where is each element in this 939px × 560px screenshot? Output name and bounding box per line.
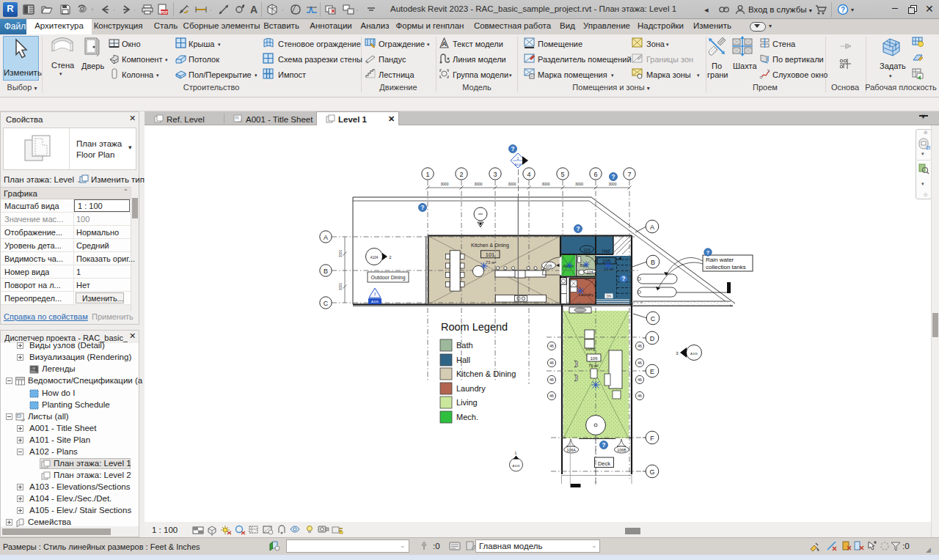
svg-text:6: 6	[593, 171, 597, 178]
svg-text:2D: 2D	[926, 144, 930, 151]
svg-text:46: 46	[549, 394, 554, 398]
svg-text:5: 5	[560, 171, 564, 178]
svg-text:101: 101	[486, 251, 495, 258]
svg-text:Room Legend: Room Legend	[441, 321, 508, 333]
svg-text:Deck: Deck	[598, 460, 610, 467]
svg-text:46: 46	[637, 361, 642, 365]
svg-text:105: 105	[602, 259, 611, 264]
svg-text:3000: 3000	[508, 182, 516, 186]
svg-text:70 м²: 70 м²	[588, 364, 598, 368]
svg-text:Rain water: Rain water	[706, 257, 734, 263]
svg-text:106: 106	[590, 356, 598, 361]
svg-text:A: A	[650, 224, 654, 231]
svg-text:3000: 3000	[339, 282, 343, 290]
svg-text:3: 3	[493, 171, 497, 178]
svg-text:1: 1	[425, 171, 429, 178]
svg-text:46: 46	[637, 394, 642, 398]
svg-text:A105: A105	[690, 352, 698, 355]
svg-text:106A: 106A	[567, 448, 577, 452]
svg-text:21 м²: 21 м²	[604, 267, 613, 271]
svg-text:collection tanks: collection tanks	[706, 264, 746, 270]
svg-text:7: 7	[627, 171, 631, 178]
svg-text:46: 46	[637, 344, 642, 348]
svg-text:A: A	[324, 234, 328, 241]
svg-text:3: 3	[676, 351, 679, 355]
svg-text:A104: A104	[370, 256, 379, 259]
svg-text:Hall: Hall	[456, 355, 470, 364]
svg-text:?: ?	[621, 276, 625, 282]
svg-text:F: F	[650, 435, 654, 442]
svg-text:103: 103	[583, 248, 590, 252]
svg-text:A: A	[250, 4, 257, 15]
svg-text:E: E	[650, 368, 654, 375]
svg-text:?: ?	[841, 6, 845, 14]
svg-text:Hall: Hall	[602, 248, 610, 254]
svg-text:1: 1	[515, 451, 517, 455]
svg-text:B: B	[324, 268, 328, 275]
svg-text:PDF: PDF	[161, 10, 168, 15]
svg-text:?: ?	[420, 205, 424, 211]
svg-text:3000: 3000	[440, 182, 448, 186]
svg-text:A103: A103	[513, 464, 520, 468]
svg-text:Kitchen & Dining: Kitchen & Dining	[471, 243, 509, 248]
svg-text:A104: A104	[515, 163, 522, 166]
svg-text:2: 2	[459, 171, 463, 178]
svg-text:2: 2	[389, 255, 392, 259]
svg-text:Outdoor Dining: Outdoor Dining	[370, 275, 405, 281]
svg-text:73 м²: 73 м²	[486, 260, 496, 265]
svg-text:104: 104	[586, 270, 593, 274]
svg-text:1: 1	[517, 156, 519, 161]
svg-text:46: 46	[549, 377, 554, 382]
svg-text:G: G	[649, 468, 654, 476]
svg-text:C: C	[324, 300, 329, 307]
svg-text:Laundry: Laundry	[456, 384, 486, 393]
svg-text:C: C	[651, 315, 656, 323]
svg-text:4: 4	[527, 171, 530, 178]
svg-text:?: ?	[576, 226, 580, 232]
svg-text:?: ?	[706, 249, 710, 256]
svg-text:3000: 3000	[575, 182, 583, 186]
svg-text:3: 3	[374, 292, 376, 296]
svg-text:A105: A105	[371, 300, 379, 303]
svg-text:?: ?	[602, 442, 605, 449]
svg-text:106B: 106B	[617, 448, 626, 452]
svg-text:B: B	[651, 259, 655, 266]
svg-text:?: ?	[511, 146, 514, 152]
svg-text:3000: 3000	[339, 249, 343, 257]
svg-text:Mech.: Mech.	[456, 413, 478, 421]
svg-text:46: 46	[549, 361, 554, 365]
svg-text:Kitchen & Dining: Kitchen & Dining	[456, 369, 516, 378]
svg-text:ОК: ОК	[32, 366, 36, 370]
svg-text:3000: 3000	[474, 182, 482, 186]
svg-text:A: A	[442, 40, 447, 48]
svg-text:46: 46	[637, 377, 642, 382]
svg-text:DN: DN	[607, 295, 612, 298]
svg-text:3000: 3000	[541, 182, 549, 186]
svg-text:?: ?	[611, 174, 615, 180]
svg-text:46: 46	[549, 344, 554, 348]
svg-text:3000: 3000	[608, 182, 616, 186]
svg-text:Living: Living	[585, 347, 595, 351]
svg-text:Bath: Bath	[456, 341, 473, 350]
svg-text:D: D	[650, 335, 655, 342]
svg-text:Living: Living	[456, 398, 478, 407]
